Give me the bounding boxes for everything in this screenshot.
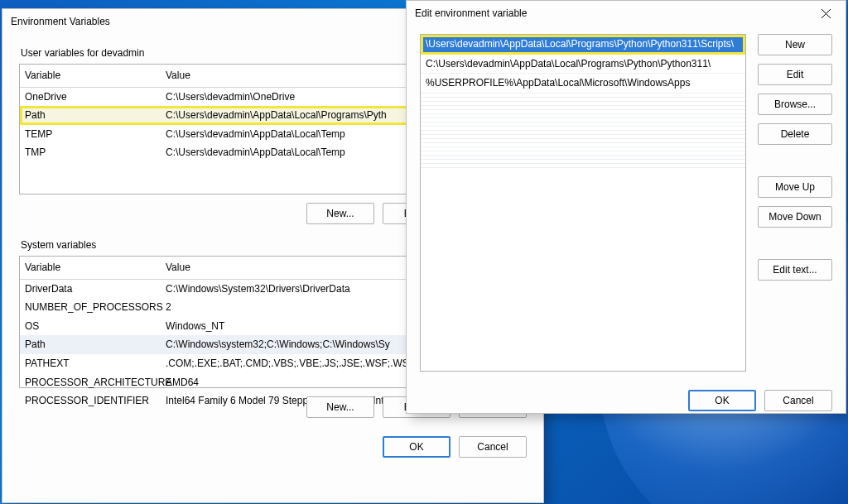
edit-env-var-dialog: Edit environment variable \Users\devadmi… [406,0,846,414]
env-ok-button[interactable]: OK [383,436,450,458]
path-entries-list[interactable]: \Users\devadmin\AppData\Local\Programs\P… [420,34,746,372]
edit-movedown-button[interactable]: Move Down [758,206,832,228]
path-entry-row[interactable]: %USERPROFILE%\AppData\Local\Microsoft\Wi… [421,74,745,94]
user-new-button[interactable]: New... [306,203,374,224]
edit-delete-button[interactable]: Delete [758,123,832,145]
edit-ok-button[interactable]: OK [688,390,756,411]
path-entry-row[interactable] [421,164,745,168]
col-variable[interactable]: Variable [25,68,166,84]
env-cancel-button[interactable]: Cancel [459,436,527,458]
col-variable[interactable]: Variable [25,260,166,276]
edit-browse-button[interactable]: Browse... [758,94,832,115]
close-icon[interactable] [814,2,837,25]
edit-edittext-button[interactable]: Edit text... [758,259,832,281]
env-vars-title: Environment Variables [11,16,110,27]
system-new-button[interactable]: New... [306,396,374,418]
path-entry-row[interactable]: C:\Users\devadmin\AppData\Local\Programs… [421,55,745,74]
edit-dialog-titlebar[interactable]: Edit environment variable [407,1,846,26]
edit-cancel-button[interactable]: Cancel [764,390,832,411]
edit-new-button[interactable]: New [758,34,832,55]
edit-dialog-title: Edit environment variable [415,7,527,19]
edit-edit-button[interactable]: Edit [758,64,832,85]
path-entry-row-selected[interactable]: \Users\devadmin\AppData\Local\Programs\P… [421,35,745,55]
edit-moveup-button[interactable]: Move Up [758,176,832,198]
